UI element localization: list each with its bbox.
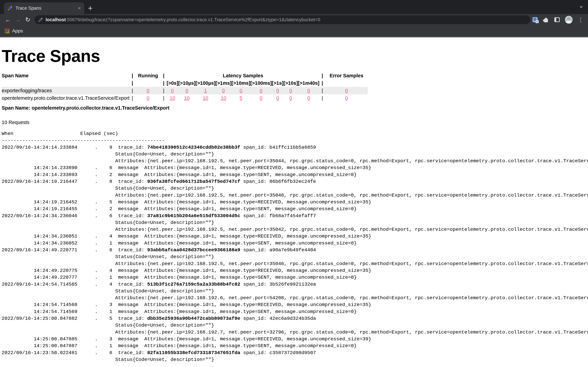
latency-bucket-label: [>100ms] [250,79,272,87]
avatar[interactable] [565,16,573,24]
url-text: localhost:55679/debug/tracez?zspanname=o… [46,17,320,22]
value-cell: 0 [272,87,284,94]
trace-message-line: 14:25:00.047887 . 1 message Attributes:{… [2,342,588,349]
latency-bucket-link[interactable]: 0 [289,88,292,93]
latency-bucket-label: [>1m40s] [298,79,320,87]
trace-log: When Elapsed (sec)----------------------… [2,130,588,363]
trace-message-line: 14:24:49.220777 . 1 message Attributes:{… [2,274,588,281]
summary-row: opentelemetry.proto.collector.trace.v1.T… [2,94,368,102]
error-count-link[interactable]: 0 [345,95,348,101]
latency-bucket-link[interactable]: 0 [260,88,262,93]
pipe-separator: | [319,87,325,94]
latency-bucket-link[interactable]: 0 [222,88,225,93]
error-count-link[interactable]: 0 [345,88,348,93]
latency-bucket-link[interactable]: 10 [184,95,190,101]
trace-id-value: 936fa38fcfed661712ba547f5ed747cf [147,179,240,184]
value-cell: 10 [215,94,231,102]
request-count: 10 Requests [2,120,588,125]
trace-entry-line: 2022/09/16-14:23:50.022481 . 6 trace_id:… [2,350,588,356]
col-error-samples: Error Samples [325,72,368,79]
latency-bucket-link[interactable]: 0 [240,88,242,93]
browser-tab[interactable]: Trace Spans × [4,2,84,14]
empty-cell [135,79,161,87]
forward-button[interactable]: → [13,16,23,23]
trace-message-line: 14:24:19.216452 . 5 message Attributes:{… [2,199,588,206]
latency-bucket-link[interactable]: 0 [276,95,279,101]
translate-icon[interactable]: G [533,17,538,22]
value-cell: 10 [196,94,215,102]
value-cell: 0 [284,94,298,102]
value-cell: 0 [135,94,161,102]
pipe-separator: | [161,72,167,79]
extensions-icon[interactable] [543,17,549,23]
value-cell: 0 [325,87,368,94]
latency-bucket-link[interactable]: 5 [240,95,242,101]
trace-id-value: dbb35e25936a90b4472cabb89073af9e [147,316,240,321]
trace-message-line: 14:24:14.233890 . 6 message Attributes:{… [2,165,588,171]
value-cell: 0 [325,94,368,102]
trace-message-line: 14:24:34.236051 . 4 message Attributes:{… [2,233,588,240]
url-host: localhost [46,17,66,22]
opentelemetry-favicon [7,5,13,11]
summary-row: exporter/logging/traces|0|001000000|0 [2,87,368,94]
span-name-cell: opentelemetry.proto.collector.trace.v1.T… [2,94,130,102]
value-cell: 10 [178,94,196,102]
latency-bucket-label: [>1s] [272,79,284,87]
latency-bucket-link[interactable]: 10 [170,95,175,101]
trace-attributes-line: Attributes:{net.peer.ip=192.168.192.5, n… [2,226,588,233]
reload-button[interactable]: ↻ [23,16,33,23]
running-count-link[interactable]: 0 [147,88,149,93]
selected-span-name: Span Name: opentelemetry.proto.collector… [2,105,588,111]
value-cell: 0 [232,87,250,94]
running-count-link[interactable]: 0 [147,95,149,101]
trace-status-line: Status{Code=Unset, description=""} [2,288,588,295]
trace-message-line: 14:24:54.714568 . 3 message Attributes:{… [2,301,588,308]
summary-header-row: Span Name | Running | Latency Samples | … [2,72,368,79]
pipe-separator: | [130,79,135,87]
trace-id-value: 513b3f1c276a7159c5a2a33b88b4fc82 [147,282,240,287]
new-tab-button[interactable]: + [88,4,93,13]
trace-status-line: Status{Code=Unset, description=""} [2,185,588,192]
side-panel-icon[interactable] [554,17,560,22]
trace-id-value: 93abb5afcaa0428d37bccee9366188a9 [147,247,240,253]
latency-bucket-link[interactable]: 0 [171,88,174,93]
latency-bucket-link[interactable]: 0 [307,88,310,93]
pipe-separator: | [319,94,325,102]
latency-bucket-link[interactable]: 0 [185,88,188,93]
bucket-header-row: ||[>0s][>10µs][>100µs][>1ms][>10ms][>100… [2,79,368,87]
latency-bucket-link[interactable]: 1 [204,88,207,93]
latency-bucket-link[interactable]: 0 [260,95,262,101]
pipe-separator: | [319,79,325,87]
tab-strip: Trace Spans × + [0,0,588,14]
opentelemetry-site-icon [38,17,43,22]
trace-attributes-line: Attributes:{net.peer.ip=192.168.192.5, n… [2,260,588,267]
trace-message-line: 14:24:19.216455 . 2 message Attributes:{… [2,206,588,212]
value-cell: 0 [135,87,161,94]
page-title: Trace Spans [2,46,588,66]
chevron-down-icon[interactable] [579,4,584,9]
url-bar[interactable]: localhost:55679/debug/tracez?zspanname=o… [34,15,530,24]
summary-table: Span Name | Running | Latency Samples | … [2,72,368,102]
latency-bucket-link[interactable]: 0 [307,95,310,101]
bookmarks-bar: Apps [0,25,588,37]
latency-bucket-link[interactable]: 0 [276,88,279,93]
col-span-name: Span Name [2,72,130,79]
back-button[interactable]: ← [3,16,13,23]
empty-cell [325,79,368,87]
close-icon[interactable]: × [78,6,81,11]
trace-status-line: Status{Code=Unset, description=""} [2,253,588,260]
trace-id-value: 82fa11055b338efcd733187347651fda [147,350,240,356]
value-cell: 0 [298,87,320,94]
trace-entry-line: 2022/09/16-14:24:14.233884 . 9 trace_id:… [2,144,588,151]
latency-bucket-link[interactable]: 10 [203,95,208,101]
menu-icon[interactable]: ⋮ [578,16,584,23]
latency-bucket-label: [>100µs] [196,79,215,87]
trace-entry-line: 2022/09/16-14:24:54.714565 . 4 trace_id:… [2,281,588,288]
trace-status-line: Status{Code=Unset, description=""} [2,322,588,329]
value-cell: 0 [298,94,320,102]
trace-attributes-line: Attributes:{net.peer.ip=192.168.192.5, n… [2,158,588,165]
bookmark-item-apps[interactable]: Apps [5,28,23,34]
latency-bucket-link[interactable]: 10 [221,95,226,101]
latency-bucket-link[interactable]: 0 [289,95,292,101]
value-cell: 0 [178,87,196,94]
